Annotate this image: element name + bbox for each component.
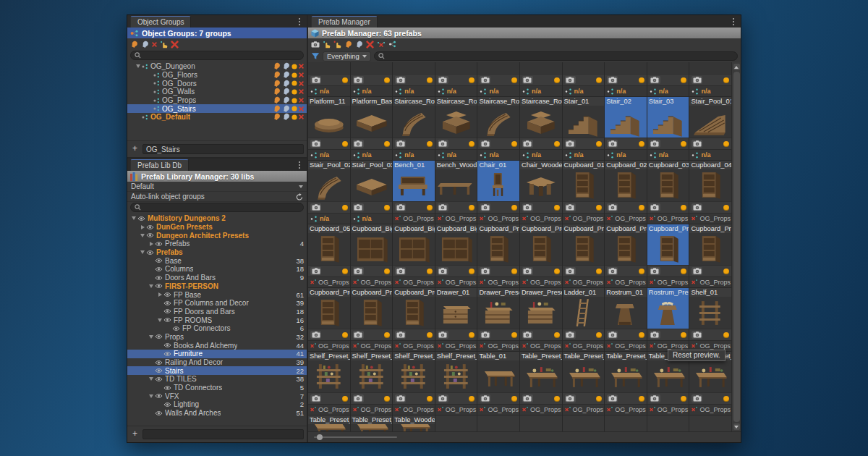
- reset-preview-camera-button[interactable]: [565, 203, 576, 211]
- object-group-tag[interactable]: OG_Props: [393, 276, 435, 287]
- thumbnail-size-slider[interactable]: [314, 436, 397, 438]
- reset-preview-camera-button[interactable]: [522, 203, 533, 211]
- scrollbar-thumb[interactable]: [733, 72, 740, 422]
- visibility-eye-icon[interactable]: [155, 360, 163, 366]
- object-groups-search[interactable]: [130, 51, 304, 60]
- object-group-tag[interactable]: OG_Props: [351, 276, 393, 287]
- expand-arrow-icon[interactable]: [148, 394, 155, 398]
- reset-preview-camera-button[interactable]: [650, 331, 660, 339]
- expand-arrow-icon[interactable]: [139, 234, 146, 237]
- prefab-tile[interactable]: Shelf_Preset_COG_Props: [435, 352, 477, 415]
- reset-preview-camera-button[interactable]: [565, 76, 576, 84]
- visibility-eye-icon[interactable]: [155, 241, 163, 247]
- bulb-orange-icon[interactable]: [273, 113, 281, 121]
- object-group-tag[interactable]: n/a: [647, 85, 689, 96]
- prefab-tile[interactable]: Table_Preset_(OG_Props: [689, 352, 731, 415]
- remove-group-icon[interactable]: [299, 114, 304, 119]
- object-group-tag[interactable]: n/a: [563, 85, 605, 96]
- expand-arrow-icon[interactable]: [139, 250, 146, 254]
- unlink-red-x-icon[interactable]: [522, 343, 528, 349]
- object-group-tag[interactable]: OG_Props: [520, 276, 562, 287]
- object-group-tag[interactable]: OG_Props: [563, 276, 605, 287]
- object-group-tag[interactable]: OG_Props: [647, 213, 689, 224]
- reset-preview-camera-button[interactable]: [607, 267, 618, 275]
- reset-preview-camera-button[interactable]: [565, 140, 576, 148]
- remove-group-icon[interactable]: [299, 89, 304, 94]
- reset-preview-camera-button[interactable]: [353, 203, 364, 211]
- prefab-tile[interactable]: Cupboard_PreOG_Props: [393, 288, 435, 351]
- reset-preview-camera-button[interactable]: [565, 331, 576, 339]
- object-group-tag[interactable]: OG_Props: [393, 213, 435, 224]
- prefab-tile[interactable]: n/a: [605, 62, 647, 96]
- library-row[interactable]: FIRST-PERSON: [127, 282, 307, 291]
- object-group-tag[interactable]: OG_Props: [435, 276, 477, 287]
- reset-preview-camera-button[interactable]: [310, 76, 321, 84]
- reset-preview-camera-button[interactable]: [607, 203, 618, 211]
- reset-preview-camera-button[interactable]: [480, 267, 490, 275]
- unlink-red-x-icon[interactable]: [607, 343, 613, 349]
- prefab-tile[interactable]: Table_Preset_(OG_Props: [520, 352, 562, 415]
- prefab-tile[interactable]: Cupboard_Big_OG_Props: [351, 224, 393, 287]
- prefab-tile[interactable]: Shelf_Preset_COG_Props: [351, 352, 393, 415]
- bulb-blue-icon[interactable]: [282, 105, 290, 113]
- camera-icon[interactable]: [311, 41, 320, 48]
- object-group-tag[interactable]: OG_Props: [689, 213, 731, 224]
- unlink-red-x-icon[interactable]: [353, 343, 359, 349]
- prefab-tile[interactable]: Cupboard_05OG_Props: [308, 224, 350, 287]
- prefab-tile[interactable]: Table_Preset_(: [308, 415, 350, 431]
- reset-preview-camera-button[interactable]: [310, 394, 321, 402]
- object-group-tag[interactable]: OG_Props: [563, 213, 605, 224]
- object-group-tag[interactable]: n/a: [477, 149, 519, 160]
- prefab-tile[interactable]: Staircase_Rou(n/a: [520, 97, 562, 160]
- prefab-tile[interactable]: Drawer_01OG_Props: [435, 288, 477, 351]
- reset-preview-camera-button[interactable]: [607, 76, 618, 84]
- object-group-tag[interactable]: OG_Props: [520, 404, 562, 415]
- unlink-red-x-icon[interactable]: [353, 279, 359, 285]
- prefab-lib-search-input[interactable]: [143, 204, 299, 211]
- prefab-tile[interactable]: Stair_Pool_03n/a: [351, 161, 393, 224]
- reset-preview-camera-button[interactable]: [310, 331, 321, 339]
- unlink-red-x-icon[interactable]: [650, 216, 655, 221]
- prefab-tile[interactable]: n/a: [563, 62, 605, 96]
- tab-prefab-lib-db[interactable]: Prefab Lib Db: [130, 159, 189, 171]
- prefab-tile[interactable]: Drawer_PresetOG_Props: [520, 288, 562, 351]
- reset-preview-camera-button[interactable]: [607, 331, 618, 339]
- object-group-tag[interactable]: n/a: [308, 85, 350, 96]
- prefab-tile[interactable]: Shelf_Preset_COG_Props: [393, 352, 435, 415]
- library-row[interactable]: Prefabs: [127, 248, 307, 257]
- expand-arrow-icon[interactable]: [156, 292, 163, 297]
- reset-preview-camera-button[interactable]: [310, 140, 321, 148]
- bulb-blue-icon[interactable]: [282, 113, 290, 121]
- reset-preview-camera-button[interactable]: [565, 267, 576, 275]
- bulb-orange-icon[interactable]: [273, 71, 281, 79]
- visibility-eye-icon[interactable]: [163, 342, 171, 348]
- unlink-red-x-icon[interactable]: [522, 216, 528, 221]
- expand-arrow-icon[interactable]: [135, 64, 142, 68]
- visibility-eye-icon[interactable]: [155, 275, 163, 281]
- visibility-eye-icon[interactable]: [155, 266, 163, 272]
- reset-preview-camera-button[interactable]: [395, 76, 406, 84]
- add-group-button[interactable]: +: [130, 145, 140, 154]
- bulb-blue-icon[interactable]: [282, 96, 290, 104]
- library-row[interactable]: Stairs22: [127, 366, 307, 375]
- reset-preview-camera-button[interactable]: [438, 140, 448, 148]
- object-group-row[interactable]: OG_Floors: [127, 71, 307, 80]
- bulb-blue-icon[interactable]: [141, 41, 149, 48]
- remove-group-icon[interactable]: [299, 98, 304, 103]
- visibility-eye-icon[interactable]: [163, 292, 171, 297]
- visibility-eye-icon[interactable]: [155, 410, 163, 416]
- reset-preview-camera-button[interactable]: [522, 331, 533, 339]
- lib-profile-dropdown[interactable]: Default: [127, 182, 307, 192]
- library-row[interactable]: Columns18: [127, 265, 307, 274]
- autolink-row[interactable]: Auto-link object groups: [127, 192, 307, 202]
- expand-arrow-icon[interactable]: [130, 216, 137, 220]
- unlink-icon[interactable]: [377, 41, 386, 48]
- refresh-icon[interactable]: [296, 193, 303, 200]
- object-group-tag[interactable]: OG_Props: [605, 404, 647, 415]
- object-group-tag[interactable]: OG_Props: [435, 404, 477, 415]
- unlink-red-x-icon[interactable]: [522, 407, 528, 413]
- prefab-manager-menu-icon[interactable]: [730, 17, 737, 26]
- reset-preview-camera-button[interactable]: [438, 267, 448, 275]
- library-row[interactable]: FP Base61: [127, 290, 307, 299]
- prefab-tile[interactable]: Table_Wooden: [393, 415, 435, 431]
